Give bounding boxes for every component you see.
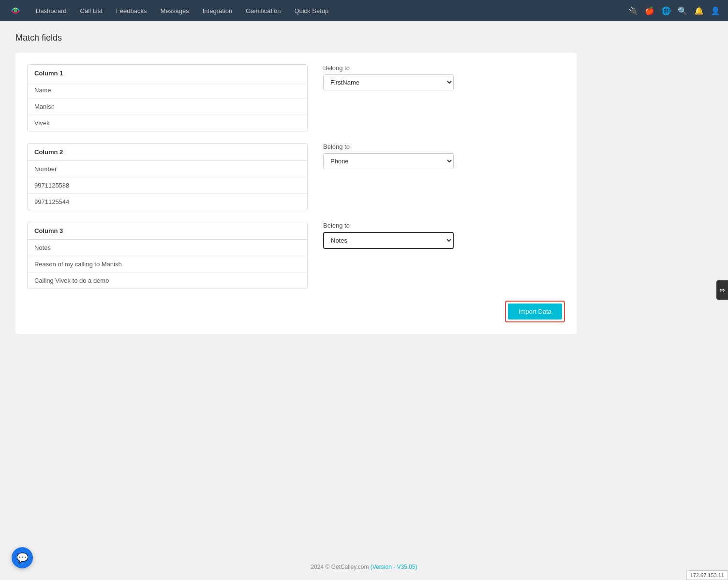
column-2-section: Column 2 Number 9971125588 9971125544 Be… [27, 143, 565, 210]
belong-to-2: Belong to FirstName LastName Phone Email… [323, 143, 459, 169]
column-1-header: Column 1 [28, 65, 307, 82]
nav-item-dashboard[interactable]: Dashboard [31, 5, 72, 16]
footer-version[interactable]: (Version - V35.05) [371, 564, 417, 570]
belong-to-1: Belong to FirstName LastName Phone Email… [323, 64, 459, 90]
column-2-row-2: 9971125544 [28, 194, 307, 210]
column-1-row-0: Name [28, 82, 307, 99]
expand-icon: ⇔ [719, 286, 725, 294]
column-3-section: Column 3 Notes Reason of my calling to M… [27, 222, 565, 289]
nav-right: 🔌 🍎 🌐 🔍 🔔 👤 [628, 6, 720, 15]
footer-copy: 2024 © GetCalley.com [311, 564, 369, 570]
column-3-row-2: Calling Vivek to do a demo [28, 273, 307, 289]
belong-to-3-label: Belong to [323, 222, 459, 229]
navbar: Dashboard Call List Feedbacks Messages I… [0, 0, 728, 21]
app-logo [8, 3, 23, 18]
belong-to-2-label: Belong to [323, 143, 459, 150]
ip-badge: 172.67.153.11 [686, 570, 728, 580]
match-fields-card: Column 1 Name Manish Vivek Belong to Fir… [15, 53, 577, 334]
nav-item-feedbacks[interactable]: Feedbacks [111, 5, 152, 16]
import-area: Import Data [27, 301, 565, 322]
belong-to-1-select[interactable]: FirstName LastName Phone Email Notes [323, 74, 454, 90]
search-icon[interactable]: 🔍 [678, 6, 687, 15]
expand-button[interactable]: ⇔ [716, 280, 728, 300]
belong-to-2-select[interactable]: FirstName LastName Phone Email Notes [323, 153, 454, 169]
bell-icon[interactable]: 🔔 [694, 6, 704, 15]
column-3-header: Column 3 [28, 222, 307, 240]
column-3-table: Column 3 Notes Reason of my calling to M… [27, 222, 308, 289]
belong-to-3: Belong to FirstName LastName Phone Email… [323, 222, 459, 249]
svg-point-1 [14, 9, 17, 12]
column-3-row-0: Notes [28, 240, 307, 256]
import-data-button[interactable]: Import Data [508, 304, 562, 319]
column-3-row-1: Reason of my calling to Manish [28, 256, 307, 273]
main-content: Match fields Column 1 Name Manish Vivek … [0, 21, 728, 346]
column-1-row-1: Manish [28, 99, 307, 115]
belong-to-3-select[interactable]: FirstName LastName Phone Email Notes [323, 232, 454, 249]
plugin-icon[interactable]: 🔌 [628, 6, 638, 15]
import-btn-wrapper: Import Data [505, 301, 565, 322]
globe-icon[interactable]: 🌐 [661, 6, 671, 15]
column-1-section: Column 1 Name Manish Vivek Belong to Fir… [27, 64, 565, 131]
column-1-table: Column 1 Name Manish Vivek [27, 64, 308, 131]
nav-item-call-list[interactable]: Call List [75, 5, 107, 16]
column-2-row-0: Number [28, 161, 307, 177]
user-icon[interactable]: 👤 [711, 6, 720, 15]
page-title: Match fields [15, 33, 713, 43]
belong-to-1-label: Belong to [323, 64, 459, 72]
nav-item-integration[interactable]: Integration [198, 5, 237, 16]
apple-icon[interactable]: 🍎 [645, 6, 654, 15]
nav-item-messages[interactable]: Messages [155, 5, 193, 16]
column-1-row-2: Vivek [28, 115, 307, 131]
column-2-header: Column 2 [28, 144, 307, 161]
nav-item-quick-setup[interactable]: Quick Setup [289, 5, 333, 16]
footer: 2024 © GetCalley.com (Version - V35.05) [0, 554, 728, 580]
column-2-row-1: 9971125588 [28, 177, 307, 194]
column-2-table: Column 2 Number 9971125588 9971125544 [27, 143, 308, 210]
nav-item-gamification[interactable]: Gamification [241, 5, 285, 16]
